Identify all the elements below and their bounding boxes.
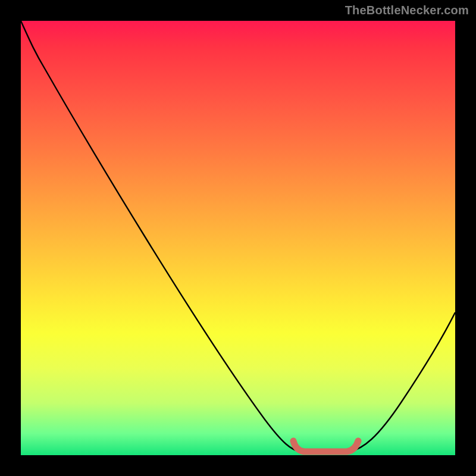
attribution-text: TheBottleNecker.com bbox=[345, 4, 469, 17]
optimal-range-marker bbox=[293, 441, 358, 452]
bottleneck-curve bbox=[21, 21, 455, 452]
plot-area bbox=[21, 21, 455, 455]
curve-layer bbox=[21, 21, 455, 455]
